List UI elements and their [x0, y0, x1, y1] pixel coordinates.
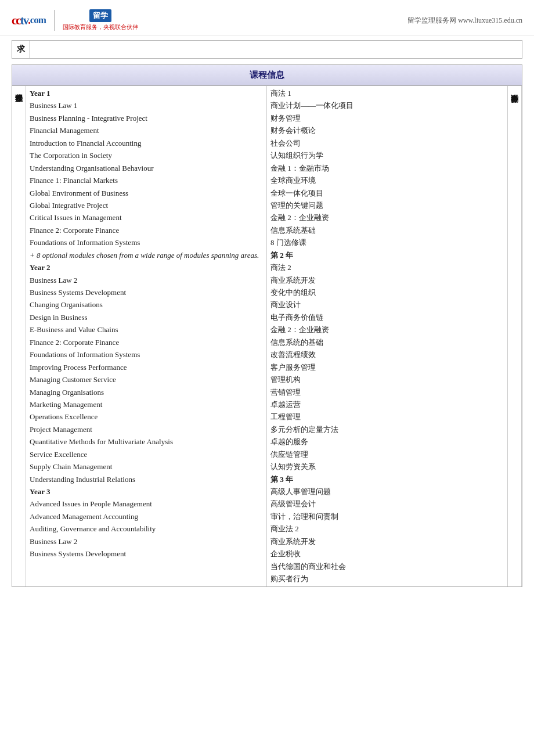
left-column: Year 1Business Law 1Business Planning - … [26, 86, 267, 586]
list-item: 金融 1：金融市场 [270, 162, 504, 174]
list-item: Advanced Management Accounting [30, 510, 263, 523]
list-item: Finance 2: Corporate Finance [30, 224, 263, 236]
list-item: 商法 1 [270, 87, 504, 99]
list-item: 信息系统基础 [270, 224, 504, 236]
list-item: Quantitative Methods for Multivariate An… [30, 435, 263, 448]
list-item: 财务会计概论 [270, 124, 504, 136]
list-item: 金融 2：企业融资 [270, 323, 504, 336]
list-item: 商法 2 [270, 261, 504, 273]
list-item: 购买者行为 [270, 573, 504, 585]
list-item: Business Planning - Integrative Project [30, 112, 263, 124]
list-item: E-Business and Value Chains [30, 323, 263, 336]
list-item: 8 门选修课 [270, 236, 504, 249]
list-item: Financial Management [30, 124, 263, 136]
list-item: 管理的关键问题 [270, 199, 504, 211]
list-item: 营销管理 [270, 386, 504, 398]
list-item: Finance 1: Financial Markets [30, 174, 263, 186]
list-item: 卓越运营 [270, 398, 504, 411]
list-item: Foundations of Information Systems [30, 236, 263, 249]
list-item: 多元分析的定量方法 [270, 423, 504, 435]
left-side-label: 主修课程 [12, 86, 26, 586]
list-item: The Corporation in Society [30, 149, 263, 161]
right-column: 商法 1商业计划——一体化项目财务管理财务会计概论社会公司认知组织行为学金融 1… [267, 86, 507, 586]
table-body: 主修课程 Year 1Business Law 1Business Planni… [12, 86, 522, 586]
list-item: 金融 2：企业融资 [270, 211, 504, 224]
search-input[interactable] [30, 41, 522, 58]
list-item: 全球一体化项目 [270, 187, 504, 199]
list-item: Auditing, Governance and Accountability [30, 523, 263, 535]
list-item: Business Law 1 [30, 99, 263, 111]
list-item: Global Environment of Business [30, 187, 263, 199]
list-item: 卓越的服务 [270, 435, 504, 448]
list-item: Introduction to Financial Accounting [30, 137, 263, 149]
search-row: 求 [12, 40, 522, 59]
list-item: Project Management [30, 423, 263, 435]
list-item: 电子商务价值链 [270, 311, 504, 323]
logo-area: cctv.com 留学 国际教育服务，央视联合伙伴 [12, 9, 138, 31]
list-item: Critical Issues in Management [30, 211, 263, 224]
list-item: 全球商业环境 [270, 174, 504, 186]
list-item: 审计，治理和问责制 [270, 510, 504, 523]
list-item: Global Integrative Project [30, 199, 263, 211]
list-item: Operations Excellence [30, 411, 263, 423]
list-item: Managing Customer Service [30, 373, 263, 386]
list-item: 财务管理 [270, 112, 504, 124]
list-item: 商业设计 [270, 298, 504, 311]
list-item: 第 3 年 [270, 473, 504, 485]
header: cctv.com 留学 国际教育服务，央视联合伙伴 留学监理服务网 www.li… [0, 6, 534, 35]
list-item: Marketing Management [30, 398, 263, 411]
list-item: Foundations of Information Systems [30, 348, 263, 361]
list-item: Advanced Issues in People Management [30, 498, 263, 510]
list-item: Business Systems Development [30, 286, 263, 298]
list-item: 高级人事管理问题 [270, 485, 504, 498]
logo-slogan: 国际教育服务，央视联合伙伴 [63, 23, 138, 31]
list-item: Business Law 2 [30, 535, 263, 548]
search-label: 求 [12, 41, 30, 58]
list-item: 企业税收 [270, 548, 504, 560]
right-side-label: 参考翻译 [507, 86, 522, 586]
list-item: Improving Process Performance [30, 361, 263, 373]
course-table-title: 课程信息 [12, 65, 522, 86]
list-item: 改善流程绩效 [270, 348, 504, 361]
list-item: Year 3 [30, 485, 263, 498]
list-item: 第 2 年 [270, 249, 504, 261]
list-item: Changing Organisations [30, 298, 263, 311]
two-col-body: Year 1Business Law 1Business Planning - … [26, 86, 507, 586]
list-item: Service Excellence [30, 448, 263, 460]
logo-divider [54, 10, 55, 31]
course-table-wrapper: 课程信息 主修课程 Year 1Business Law 1Business P… [12, 64, 522, 587]
list-item: 社会公司 [270, 137, 504, 149]
list-item: Supply Chain Management [30, 460, 263, 473]
list-item: Understanding Industrial Relations [30, 473, 263, 485]
list-item: 商业系统开发 [270, 535, 504, 548]
list-item: 认知劳资关系 [270, 460, 504, 473]
list-item: 供应链管理 [270, 448, 504, 460]
service-text: 留学监理服务网 www.liuxue315.edu.cn [407, 16, 522, 26]
list-item: 信息系统的基础 [270, 336, 504, 348]
list-item: 客户服务管理 [270, 361, 504, 373]
list-item: 商业系统开发 [270, 274, 504, 286]
list-item: 商业计划——一体化项目 [270, 99, 504, 111]
lyu-box: 留学 [89, 9, 111, 22]
list-item: + 8 optional modules chosen from a wide … [30, 249, 263, 261]
list-item: Managing Organisations [30, 386, 263, 398]
list-item: 工程管理 [270, 411, 504, 423]
page-wrapper: cctv.com 留学 国际教育服务，央视联合伙伴 留学监理服务网 www.li… [0, 0, 534, 593]
list-item: 变化中的组织 [270, 286, 504, 298]
list-item: Year 2 [30, 261, 263, 273]
list-item: Understanding Organisational Behaviour [30, 162, 263, 174]
list-item: Business Systems Development [30, 548, 263, 560]
lyu-logo: 留学 国际教育服务，央视联合伙伴 [63, 9, 138, 31]
list-item: Year 1 [30, 87, 263, 99]
list-item: 管理机构 [270, 373, 504, 386]
main-content: 求 课程信息 主修课程 Year 1Business Law 1Business… [0, 40, 534, 587]
list-item: 当代德国的商业和社会 [270, 560, 504, 573]
list-item: Finance 2: Corporate Finance [30, 336, 263, 348]
list-item: 认知组织行为学 [270, 149, 504, 161]
list-item: 商业法 2 [270, 523, 504, 535]
list-item: Design in Business [30, 311, 263, 323]
list-item: Business Law 2 [30, 274, 263, 286]
cctv-logo: cctv.com [12, 13, 46, 28]
list-item: 高级管理会计 [270, 498, 504, 510]
